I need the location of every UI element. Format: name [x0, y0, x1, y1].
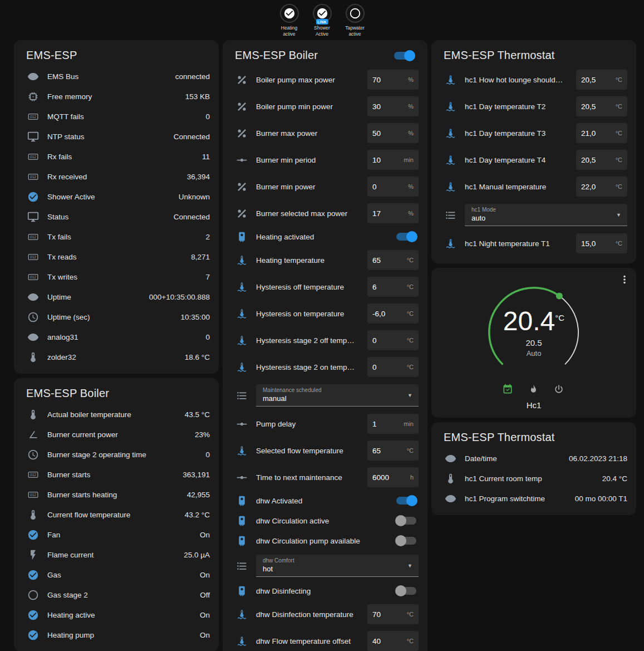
entity-row[interactable]: Date/time06.02.2023 21:18	[440, 448, 627, 468]
number-input[interactable]: 10min	[367, 150, 419, 170]
entity-row[interactable]: Burner max power50%	[232, 120, 419, 146]
number-input[interactable]: 65°C	[367, 440, 419, 461]
entity-row[interactable]: Burner stage 2 operating time0	[23, 444, 210, 464]
entity-row[interactable]: dhw Activated	[232, 491, 419, 511]
entity-row[interactable]: Heating activated	[232, 227, 419, 247]
entity-label: Heating active	[47, 611, 200, 619]
entity-row[interactable]: hc1 Current room temp20.4 °C	[440, 468, 627, 488]
number-input[interactable]: 22,0°C	[576, 177, 627, 197]
select-input[interactable]: dhw Comforthot▼	[256, 555, 419, 577]
entity-row[interactable]: EMS Busconnected	[23, 66, 210, 86]
entity-row[interactable]: Hysteresis off temperature6°C	[232, 273, 419, 300]
entity-row[interactable]: dhw Disinfecting	[232, 581, 419, 601]
number-input[interactable]: 20,5°C	[576, 96, 627, 116]
number-input[interactable]: 0°C	[367, 330, 419, 350]
card-power-toggle[interactable]	[393, 50, 415, 61]
entity-row[interactable]: Time to next maintenance6000h	[232, 464, 419, 491]
entity-row[interactable]: Boiler pump min power30%	[232, 93, 419, 120]
entity-row[interactable]: Actual boiler temperature43.5 °C	[23, 404, 210, 424]
entity-row[interactable]: Flame current25.0 µA	[23, 545, 210, 565]
entity-row[interactable]: Shower ActiveUnknown	[23, 187, 210, 207]
entity-row[interactable]: hc1 Day temperature T420,5°C	[440, 146, 627, 173]
number-input[interactable]: 6000h	[367, 467, 419, 487]
more-menu-icon[interactable]	[618, 273, 632, 287]
number-input[interactable]: 70°C	[367, 604, 419, 624]
entity-row[interactable]: Hysteresis on temperature-6,0°C	[232, 300, 419, 327]
entity-row[interactable]: hc1 Manual temperature22,0°C	[440, 173, 627, 200]
entity-row[interactable]: 012Tx writes7	[23, 267, 210, 287]
entity-row[interactable]: dhw Circulation pump available	[232, 531, 419, 551]
entity-row[interactable]: hc1 Day temperature T220,5°C	[440, 93, 627, 120]
entity-row[interactable]: Heating temperature65°C	[232, 247, 419, 273]
entity-row[interactable]: Burner current power23%	[23, 424, 210, 444]
number-input[interactable]: 21,0°C	[576, 123, 627, 143]
number-input[interactable]: 65°C	[367, 250, 419, 270]
entity-row[interactable]: Pump delay1min	[232, 410, 419, 437]
number-input[interactable]: 70%	[367, 70, 419, 90]
entity-row[interactable]: hc1 Night temperature T115,0°C	[440, 230, 627, 257]
entity-row[interactable]: analog310	[23, 327, 210, 347]
entity-row[interactable]: hc1 Program switchtime00 mo 00:00 T1	[440, 488, 627, 508]
entity-row[interactable]: 012Tx fails2	[23, 227, 210, 247]
entity-row[interactable]: zolder3218.6 °C	[23, 347, 210, 367]
entity-row[interactable]: Hysteresis stage 2 on temp…0°C	[232, 354, 419, 380]
select-input[interactable]: hc1 Modeauto▼	[465, 204, 627, 226]
entity-row[interactable]: 012Rx received36,394	[23, 167, 210, 187]
entity-row[interactable]: hc1 Modeauto▼	[440, 201, 627, 229]
number-input[interactable]: 15,0°C	[576, 233, 627, 253]
entity-row[interactable]: StatusConnected	[23, 207, 210, 227]
toggle-switch[interactable]	[395, 585, 417, 596]
card-thermostat-controls: EMS-ESP Thermostat hc1 How hot lounge sh…	[431, 40, 636, 263]
badge-heating-active[interactable]: Heating active	[276, 4, 303, 40]
toggle-switch[interactable]	[395, 495, 417, 506]
entity-row[interactable]: 012Tx reads8,271	[23, 247, 210, 267]
toggle-switch[interactable]	[395, 535, 417, 546]
entity-row[interactable]: GasOn	[23, 565, 210, 585]
number-input[interactable]: 30%	[367, 96, 419, 116]
entity-row[interactable]: dhw Circulation active	[232, 511, 419, 531]
number-input[interactable]: -6,0°C	[367, 304, 419, 324]
number-input[interactable]: 6°C	[367, 277, 419, 297]
badge-tapwater-active[interactable]: Tapwater active	[341, 4, 369, 40]
number-input[interactable]: 17%	[367, 203, 419, 223]
entity-row[interactable]: hc1 Day temperature T321,0°C	[440, 120, 627, 146]
entity-row[interactable]: Free memory153 KB	[23, 86, 210, 106]
entity-row[interactable]: Uptime (sec)10:35:00	[23, 307, 210, 327]
number-input[interactable]: 1min	[367, 414, 419, 434]
entity-row[interactable]: dhw Flow temperature offset40°C	[232, 628, 419, 651]
number-input[interactable]: 40°C	[367, 631, 419, 651]
entity-row[interactable]: Maintenance scheduledmanual▼	[232, 381, 419, 409]
entity-row[interactable]: Selected flow temperature65°C	[232, 437, 419, 464]
entity-row[interactable]: 012Rx fails11	[23, 146, 210, 167]
entity-row[interactable]: Heating pumpOn	[23, 625, 210, 645]
number-input[interactable]: 0°C	[367, 357, 419, 377]
entity-row[interactable]: Uptime000+10:35:00.888	[23, 287, 210, 307]
badge-shower-active[interactable]: LINK Shower Active	[308, 4, 336, 40]
entity-row[interactable]: Burner min power0%	[232, 173, 419, 200]
toggle-switch[interactable]	[395, 515, 417, 526]
entity-row[interactable]: 012Burner starts363,191	[23, 464, 210, 484]
entity-row[interactable]: dhw Disinfection temperature70°C	[232, 601, 419, 628]
entity-row[interactable]: 012Burner starts heating42,955	[23, 484, 210, 505]
entity-row[interactable]: Burner min period10min	[232, 146, 419, 173]
thermostat-dial[interactable]: 20.4°C 20.5 Auto	[478, 277, 589, 386]
number-input[interactable]: 20,5°C	[576, 70, 627, 90]
entity-row[interactable]: Hysteresis stage 2 off temp…0°C	[232, 327, 419, 354]
entity-row[interactable]: 012MQTT fails0	[23, 106, 210, 126]
entity-row[interactable]: Burner selected max power17%	[232, 200, 419, 227]
select-input[interactable]: Maintenance scheduledmanual▼	[256, 384, 419, 407]
number-input[interactable]: 0%	[367, 177, 419, 197]
entity-row[interactable]: hc1 How hot lounge should…20,5°C	[440, 66, 627, 93]
entity-row[interactable]: dhw Comforthot▼	[232, 552, 419, 580]
number-input[interactable]: 50%	[367, 123, 419, 143]
entity-row[interactable]: Gas stage 2Off	[23, 585, 210, 605]
entity-row[interactable]: Heating activeOn	[23, 605, 210, 625]
flash-icon	[26, 548, 40, 561]
list-icon	[444, 208, 457, 222]
entity-row[interactable]: NTP statusConnected	[23, 126, 210, 146]
toggle-switch[interactable]	[395, 231, 417, 242]
entity-row[interactable]: FanOn	[23, 525, 210, 545]
number-input[interactable]: 20,5°C	[576, 150, 627, 170]
entity-row[interactable]: Boiler pump max power70%	[232, 66, 419, 93]
entity-row[interactable]: Current flow temperature43.2 °C	[23, 505, 210, 525]
